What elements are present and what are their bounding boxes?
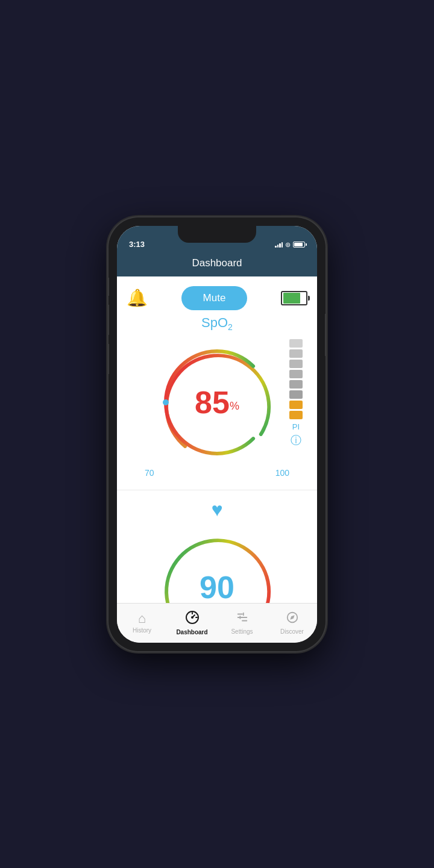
pi-label: PI xyxy=(292,422,300,431)
pi-sidebar: PI ⓘ xyxy=(289,339,303,448)
hr-number: 90 xyxy=(200,570,234,603)
pi-bar-7 xyxy=(289,401,303,409)
dashboard-icon xyxy=(185,610,200,627)
pi-bar-6 xyxy=(289,390,303,399)
hr-header: ♥ xyxy=(127,500,307,519)
status-time: 3:13 xyxy=(129,240,145,249)
pi-bar-3 xyxy=(289,360,303,368)
mute-button[interactable]: Mute xyxy=(181,286,248,310)
tab-discover-label: Discover xyxy=(280,628,304,635)
tab-history[interactable]: ⌂ History xyxy=(117,604,167,643)
spo2-section: 🔔 Mute SpO2 xyxy=(117,276,317,490)
hr-gauge: 90 xyxy=(154,524,280,603)
history-icon: ⌂ xyxy=(138,612,146,625)
spo2-unit: % xyxy=(230,400,239,412)
main-content: 🔔 Mute SpO2 xyxy=(117,276,317,603)
spo2-number: 85 xyxy=(195,385,230,420)
hr-value: 90 xyxy=(200,572,234,603)
battery-icon xyxy=(293,242,305,248)
settings-icon xyxy=(236,611,249,626)
spo2-gauge-labels: 70 100 xyxy=(127,468,307,478)
tab-settings[interactable]: Settings xyxy=(217,604,267,643)
tab-discover[interactable]: Discover xyxy=(267,604,317,643)
signal-icon xyxy=(275,242,283,248)
pi-bar-1 xyxy=(289,339,303,348)
svg-marker-8 xyxy=(290,615,294,619)
spo2-value: 85% xyxy=(195,387,239,418)
pi-bar-4 xyxy=(289,370,303,378)
pi-bar-8 xyxy=(289,411,303,419)
tab-history-label: History xyxy=(133,627,151,634)
device-battery-icon xyxy=(281,291,307,305)
page-title: Dashboard xyxy=(192,257,242,269)
tab-dashboard-label: Dashboard xyxy=(176,629,207,635)
status-icons: ⊛ xyxy=(275,241,305,249)
svg-point-0 xyxy=(163,399,169,405)
nav-header: Dashboard xyxy=(117,252,317,276)
tab-settings-label: Settings xyxy=(231,628,253,635)
spo2-label: SpO2 xyxy=(127,315,307,332)
pi-bar-5 xyxy=(289,380,303,389)
pi-bar-2 xyxy=(289,349,303,358)
svg-line-4 xyxy=(192,615,195,617)
spo2-gauge-container: 85% PI ⓘ xyxy=(127,339,307,466)
pi-info-button[interactable]: ⓘ xyxy=(291,433,301,448)
hr-gauge-container: 90 xyxy=(127,524,307,603)
discover-icon xyxy=(286,611,299,626)
wifi-icon: ⊛ xyxy=(285,241,291,249)
home-indicator xyxy=(187,645,247,648)
tab-bar: ⌂ History Dashboard xyxy=(117,603,317,643)
heart-icon: ♥ xyxy=(212,499,223,520)
tab-dashboard[interactable]: Dashboard xyxy=(167,604,217,643)
hr-section: ♥ xyxy=(117,490,317,603)
spo2-max-label: 100 xyxy=(275,468,289,478)
spo2-gauge: 85% xyxy=(154,339,280,466)
spo2-header: 🔔 Mute xyxy=(127,286,307,310)
spo2-min-label: 70 xyxy=(145,468,154,478)
bell-icon: 🔔 xyxy=(127,290,148,307)
